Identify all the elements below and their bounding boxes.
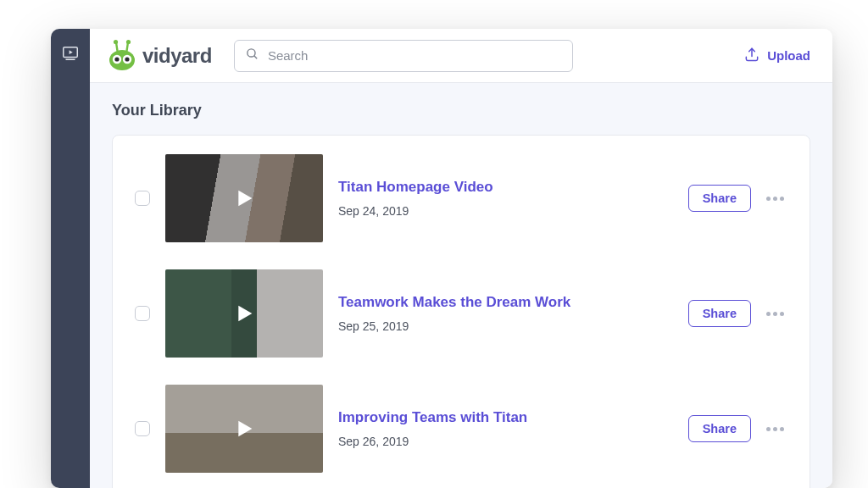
video-thumbnail[interactable] [165,154,323,242]
svg-point-6 [126,39,131,43]
share-button[interactable]: Share [688,415,751,442]
svg-point-5 [114,39,118,43]
video-title[interactable]: Titan Homepage Video [338,179,673,196]
video-date: Sep 25, 2019 [338,319,673,333]
svg-line-13 [254,56,257,58]
more-menu-button[interactable] [763,308,787,319]
app-frame: vidyard [51,29,832,488]
video-date: Sep 24, 2019 [338,204,673,218]
upload-button[interactable]: Upload [740,41,814,70]
video-row: Teamwork Makes the Dream Work Sep 25, 20… [128,256,794,371]
brand-logo-icon [105,39,139,73]
upload-icon [743,46,760,65]
svg-marker-1 [70,50,73,54]
svg-marker-17 [238,421,252,437]
video-meta: Titan Homepage Video Sep 24, 2019 [338,179,673,218]
video-thumbnail[interactable] [165,385,323,473]
svg-point-11 [125,57,129,61]
video-row: Improving Teams with Titan Sep 26, 2019 … [128,371,794,486]
main-area: vidyard [90,29,832,488]
row-actions: Share [688,415,787,442]
row-actions: Share [688,300,787,327]
row-checkbox[interactable] [135,306,150,321]
search-input[interactable] [268,48,562,63]
svg-point-10 [114,57,119,61]
video-row: Titan Homepage Video Sep 24, 2019 Share [128,141,794,256]
share-button[interactable]: Share [688,185,751,212]
topbar: vidyard [90,29,832,83]
svg-marker-16 [238,306,252,322]
upload-label: Upload [767,48,810,63]
more-menu-button[interactable] [763,193,787,204]
video-meta: Improving Teams with Titan Sep 26, 2019 [338,409,673,448]
brand[interactable]: vidyard [105,39,212,73]
page-title: Your Library [112,102,810,119]
video-title[interactable]: Teamwork Makes the Dream Work [338,294,673,311]
share-button[interactable]: Share [688,300,751,327]
video-thumbnail[interactable] [165,269,323,358]
video-date: Sep 26, 2019 [338,435,673,448]
video-title[interactable]: Improving Teams with Titan [338,409,673,426]
row-actions: Share [688,185,787,212]
search-icon [245,47,259,64]
brand-wordmark: vidyard [142,44,212,68]
row-checkbox[interactable] [135,191,150,206]
row-checkbox[interactable] [135,421,150,436]
left-rail [51,29,90,488]
search-box[interactable] [234,40,573,72]
video-meta: Teamwork Makes the Dream Work Sep 25, 20… [338,294,673,333]
svg-marker-15 [238,191,252,207]
content: Your Library Titan Homepage Video Sep 24… [90,83,832,488]
svg-point-12 [248,49,255,57]
video-list: Titan Homepage Video Sep 24, 2019 Share … [112,135,810,488]
videos-nav-icon[interactable] [61,44,80,66]
more-menu-button[interactable] [763,424,787,435]
